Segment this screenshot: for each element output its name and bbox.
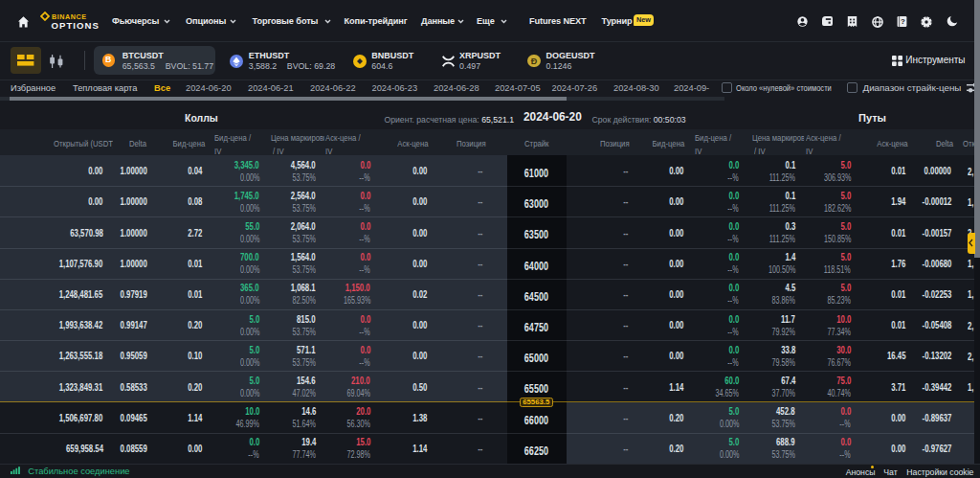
svg-text:?: ? (901, 17, 905, 26)
